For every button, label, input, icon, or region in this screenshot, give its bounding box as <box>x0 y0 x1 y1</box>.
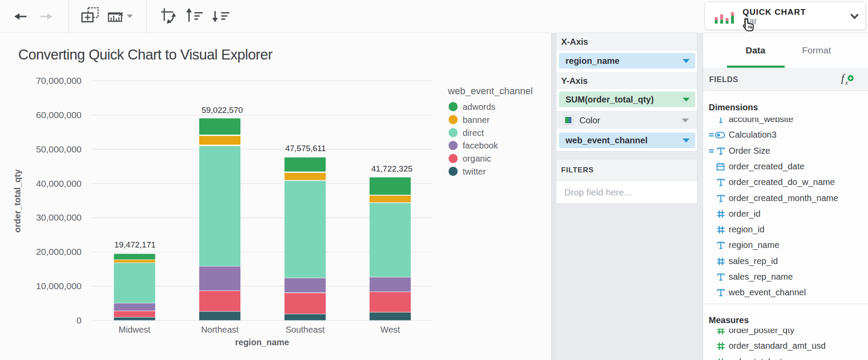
svg-text:0: 0 <box>76 315 82 325</box>
svg-text:twitter: twitter <box>463 167 486 176</box>
svg-text:Southeast: Southeast <box>286 325 325 334</box>
svg-text:organic: organic <box>463 154 491 163</box>
svg-text:10,000,000: 10,000,000 <box>36 281 82 291</box>
svg-text:order_total_qty: order_total_qty <box>13 169 22 232</box>
svg-text:Midwest: Midwest <box>118 325 151 334</box>
svg-text:f: f <box>841 74 845 84</box>
svg-text:20,000,000: 20,000,000 <box>36 247 82 257</box>
svg-text:47,575,611: 47,575,611 <box>285 144 326 153</box>
svg-text:50,000,000: 50,000,000 <box>36 144 82 154</box>
svg-text:banner: banner <box>463 115 490 125</box>
svg-text:West: West <box>380 325 400 334</box>
svg-text:19,472,171: 19,472,171 <box>114 240 155 249</box>
svg-text:facebook: facebook <box>463 141 498 150</box>
svg-text:Northeast: Northeast <box>201 325 239 334</box>
svg-text:41,722,325: 41,722,325 <box>371 164 412 173</box>
svg-text:70,000,000: 70,000,000 <box>36 76 82 86</box>
svg-text:adwords: adwords <box>463 102 496 112</box>
svg-text:40,000,000: 40,000,000 <box>36 178 82 188</box>
svg-text:direct: direct <box>463 128 484 138</box>
svg-text:x: x <box>845 79 848 86</box>
svg-text:30,000,000: 30,000,000 <box>36 212 82 222</box>
svg-text:60,000,000: 60,000,000 <box>36 110 82 120</box>
svg-text:region_name: region_name <box>235 337 289 347</box>
svg-text:web_event_channel: web_event_channel <box>447 86 533 96</box>
svg-text:59,022,570: 59,022,570 <box>201 106 243 115</box>
